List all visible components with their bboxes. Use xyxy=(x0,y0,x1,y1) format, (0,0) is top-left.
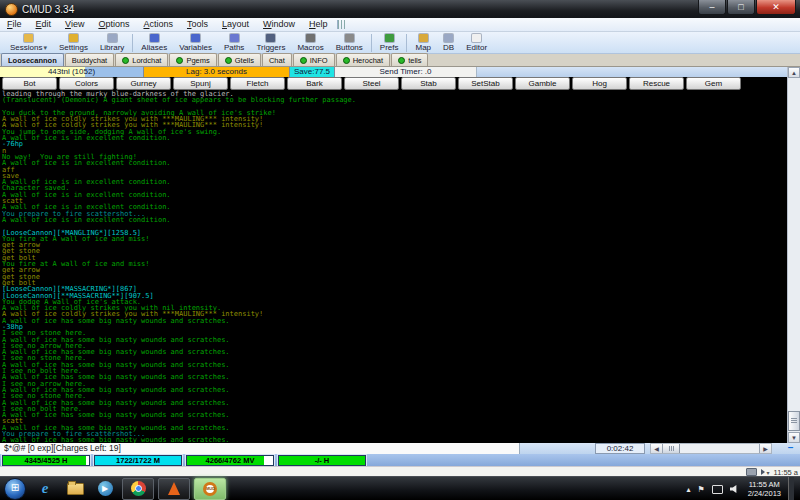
session-tab-label: Buddychat xyxy=(72,56,107,65)
toolbar-sessions-button[interactable]: Sessions▾ xyxy=(4,32,53,54)
clock-date: 2/24/2013 xyxy=(748,489,781,498)
vertical-scrollbar[interactable]: ▲ ▼ xyxy=(787,67,800,443)
toolbar-settings-button[interactable]: Settings xyxy=(53,32,94,54)
session-tab-bar: LoosecannonBuddychatLordchatPgemsGtellsC… xyxy=(0,54,800,67)
scroll-up-button[interactable]: ▲ xyxy=(788,67,800,78)
toolbar-buttons-button[interactable]: Buttons xyxy=(330,32,369,54)
session-tab-loosecannon[interactable]: Loosecannon xyxy=(1,53,64,66)
vitals-gauge-0: 4345/4525 H xyxy=(2,455,90,466)
macro-button-row: BotColorsGurneySpunjFletchBarkSteelStabS… xyxy=(0,77,788,90)
menu-edit[interactable]: Edit xyxy=(29,18,59,31)
speaker-icon[interactable] xyxy=(730,485,739,493)
toolbar-map-button[interactable]: Map xyxy=(409,32,437,54)
network-icon[interactable] xyxy=(712,485,723,494)
paths-icon xyxy=(230,34,239,42)
taskbar-clock[interactable]: 11:55 AM 2/24/2013 xyxy=(748,480,781,498)
session-timer: 0:02:42 xyxy=(595,443,645,454)
menu-help[interactable]: Help xyxy=(302,18,335,31)
editor-page-icon xyxy=(472,34,481,42)
horizontal-scrollbar[interactable]: ◀ ▶ xyxy=(650,443,772,454)
menu-actions[interactable]: Actions xyxy=(136,18,180,31)
taskbar-vlc[interactable] xyxy=(158,478,190,500)
toolbar-db-button[interactable]: DB xyxy=(437,32,460,54)
macro-button-gurney[interactable]: Gurney xyxy=(116,77,171,90)
toolbar-settings-label: Settings xyxy=(59,43,88,52)
horizontal-scrollbar-thumb[interactable] xyxy=(663,444,680,453)
toolbar-paths-button[interactable]: Paths xyxy=(218,32,250,54)
pane-minimize-button[interactable]: – xyxy=(784,443,797,454)
connected-dot-icon xyxy=(300,57,307,64)
session-tab-info[interactable]: INFO xyxy=(293,53,335,66)
chevron-down-icon[interactable]: ▾ xyxy=(767,469,770,476)
macro-button-steel[interactable]: Steel xyxy=(344,77,399,90)
command-input[interactable] xyxy=(0,443,520,454)
prefs-check-icon xyxy=(385,34,394,42)
taskbar-cmud-active[interactable]: MUD xyxy=(194,478,226,500)
toolbar-prefs-button[interactable]: Prefs xyxy=(374,32,405,54)
session-tab-herochat[interactable]: Herochat xyxy=(336,53,390,66)
taskbar-windows-explorer[interactable] xyxy=(62,479,88,499)
menu-layout[interactable]: Layout xyxy=(215,18,256,31)
session-tab-pgems[interactable]: Pgems xyxy=(169,53,216,66)
macro-button-rescue[interactable]: Rescue xyxy=(629,77,684,90)
command-bar: 0:02:42 ◀ ▶ – xyxy=(0,443,800,454)
session-tab-lordchat[interactable]: Lordchat xyxy=(115,53,168,66)
variables-icon xyxy=(191,34,200,42)
session-tab-tells[interactable]: tells xyxy=(391,53,428,66)
vertical-scrollbar-thumb[interactable] xyxy=(788,411,800,431)
close-button[interactable]: ✕ xyxy=(756,0,796,15)
macro-button-gem[interactable]: Gem xyxy=(686,77,741,90)
toolbar-buttons-label: Buttons xyxy=(336,43,363,52)
macro-button-stab[interactable]: Stab xyxy=(401,77,456,90)
macro-button-setstab[interactable]: SetStab xyxy=(458,77,513,90)
show-hidden-icons[interactable]: ▴ xyxy=(686,485,690,494)
mud-output-terminal[interactable]: leading through the murky blue-darkness … xyxy=(0,90,787,443)
menu-tools[interactable]: Tools xyxy=(180,18,215,31)
session-tab-gtells[interactable]: Gtells xyxy=(218,53,261,66)
menu-window[interactable]: Window xyxy=(256,18,302,31)
toolbar-editor-button[interactable]: Editor xyxy=(460,32,493,54)
chrome-icon xyxy=(131,481,146,496)
hscroll-thumb-grip-icon xyxy=(669,446,674,451)
taskbar-media-player[interactable]: ▶ xyxy=(92,479,118,499)
macro-button-bot[interactable]: Bot xyxy=(2,77,57,90)
macro-button-bark[interactable]: Bark xyxy=(287,77,342,90)
scroll-right-button[interactable]: ▶ xyxy=(759,444,771,453)
macro-button-colors[interactable]: Colors xyxy=(59,77,114,90)
toolbar-aliases-button[interactable]: Aliases xyxy=(135,32,173,54)
vitals-gauge-label: -/- H xyxy=(279,456,365,465)
toolbar-triggers-button[interactable]: Triggers xyxy=(250,32,291,54)
lag-gauge: Lag: 3.0 seconds xyxy=(144,67,290,77)
start-button[interactable]: ⊞ xyxy=(4,478,26,500)
macro-button-gamble[interactable]: Gamble xyxy=(515,77,570,90)
minimize-button[interactable]: – xyxy=(698,0,726,15)
toolbar-variables-button[interactable]: Variables xyxy=(173,32,218,54)
maximize-button[interactable]: □ xyxy=(727,0,755,15)
session-tab-chat[interactable]: Chat xyxy=(262,53,292,66)
menu-file[interactable]: File xyxy=(0,18,29,31)
printer-icon[interactable] xyxy=(746,468,757,476)
cmud-logo-icon: MUD xyxy=(203,482,217,496)
taskbar-chrome[interactable] xyxy=(122,478,154,500)
toolbar-separator xyxy=(132,34,133,52)
menu-options[interactable]: Options xyxy=(91,18,136,31)
taskbar-internet-explorer[interactable]: e xyxy=(32,479,58,499)
toolbar-macros-button[interactable]: Macros xyxy=(291,32,329,54)
sessions-folder-icon xyxy=(24,34,33,42)
toolbar: Sessions▾SettingsLibraryAliasesVariables… xyxy=(0,32,800,54)
session-tab-buddychat[interactable]: Buddychat xyxy=(65,53,114,66)
macro-button-spunj[interactable]: Spunj xyxy=(173,77,228,90)
cmud-application-window: CMUD 3.34 – □ ✕ FileEditViewOptionsActio… xyxy=(0,0,800,500)
vitals-gauge-1: 1722/1722 M xyxy=(94,455,182,466)
show-desktop-button[interactable] xyxy=(788,477,794,500)
macro-button-fletch[interactable]: Fletch xyxy=(230,77,285,90)
scroll-left-button[interactable]: ◀ xyxy=(651,444,663,453)
pointer-icon[interactable] xyxy=(761,469,765,475)
map-icon xyxy=(419,34,428,42)
toolbar-library-button[interactable]: Library xyxy=(94,32,130,54)
toolbar-map-label: Map xyxy=(415,43,431,52)
menu-view[interactable]: View xyxy=(58,18,91,31)
macro-button-hog[interactable]: Hog xyxy=(572,77,627,90)
horizontal-scrollbar-track[interactable] xyxy=(680,444,759,453)
action-center-flag-icon[interactable]: ⚑ xyxy=(697,485,704,494)
